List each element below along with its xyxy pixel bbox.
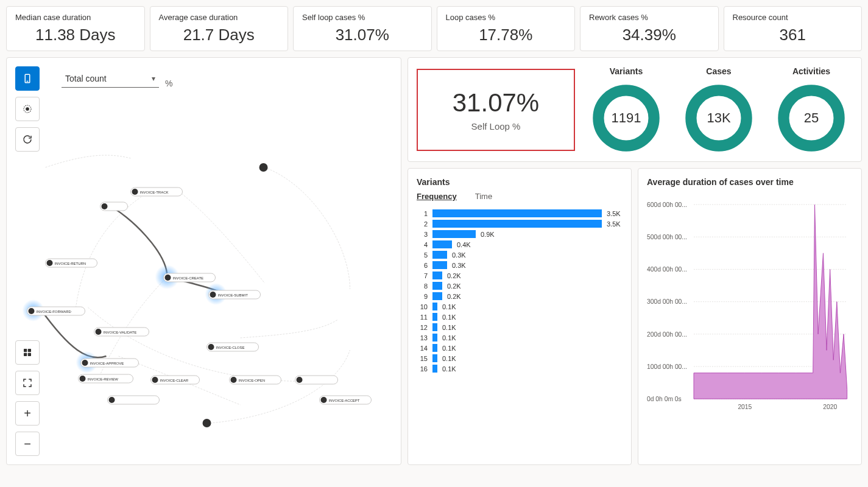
bar-label: 0.1K <box>442 324 456 331</box>
bar-index: 12 <box>417 324 428 331</box>
bar-label: 0.1K <box>442 334 456 342</box>
ring-value: 1191 <box>591 83 661 153</box>
svg-text:100d 00h 00...: 100d 00h 00... <box>647 363 687 370</box>
layers-button[interactable] <box>15 66 40 91</box>
svg-point-54 <box>321 397 327 403</box>
svg-text:0d 0h 0m 0s: 0d 0h 0m 0s <box>647 396 682 402</box>
bar-row[interactable]: 13.5K <box>417 209 623 217</box>
svg-text:400d 00h 00...: 400d 00h 00... <box>647 266 687 273</box>
dropdown-label: Total count <box>65 74 107 83</box>
svg-point-50 <box>297 377 303 383</box>
bar-fill <box>432 209 602 217</box>
svg-text:INVOICE-TRACK: INVOICE-TRACK <box>140 191 169 194</box>
bar-index: 4 <box>417 241 428 248</box>
svg-point-52 <box>109 397 115 403</box>
zoom-out-button[interactable]: − <box>15 432 40 456</box>
bar-index: 8 <box>417 282 428 290</box>
svg-point-20 <box>47 260 53 266</box>
bar-label: 0.1K <box>442 314 456 321</box>
kpi-label: Resource count <box>733 13 853 22</box>
bar-fill <box>432 230 476 238</box>
svg-text:INVOICE-CREATE: INVOICE-CREATE <box>173 276 204 280</box>
kpi-value: 17.78% <box>446 26 566 44</box>
ring-title: Cases <box>677 66 760 76</box>
bar-fill <box>432 334 437 342</box>
bar-fill <box>432 313 437 321</box>
svg-text:INVOICE-CLOSE: INVOICE-CLOSE <box>216 346 245 349</box>
kpi-label: Loop cases % <box>446 13 566 22</box>
svg-rect-51 <box>108 396 160 404</box>
bar-row[interactable]: 50.3K <box>417 251 623 259</box>
bar-index: 2 <box>417 220 428 228</box>
chevron-down-icon: ▾ <box>152 74 155 83</box>
tab-frequency[interactable]: Frequency <box>417 192 457 201</box>
bar-label: 0.1K <box>442 365 456 373</box>
bar-fill <box>432 323 437 331</box>
svg-point-35 <box>208 344 214 350</box>
svg-text:INVOICE-VALIDATE: INVOICE-VALIDATE <box>104 331 137 334</box>
bar-fill <box>432 354 437 362</box>
bar-row[interactable]: 90.2K <box>417 292 623 300</box>
bar-fill <box>432 261 447 269</box>
svg-text:600d 00h 00...: 600d 00h 00... <box>647 201 687 208</box>
bar-fill <box>432 303 437 310</box>
metric-dropdown[interactable]: Total count ▾ <box>62 71 159 88</box>
bar-label: 0.2K <box>447 293 461 300</box>
section-title: Average duration of cases over time <box>647 177 853 187</box>
kpi-card-resources: Resource count361 <box>724 6 863 51</box>
bar-row[interactable]: 140.1K <box>417 344 623 352</box>
kpi-card-rework: Rework cases %34.39% <box>580 6 719 51</box>
bar-row[interactable]: 60.3K <box>417 261 623 269</box>
selfloop-highlight: 31.07% Self Loop % <box>417 69 575 151</box>
svg-text:INVOICE-ACCEPT: INVOICE-ACCEPT <box>329 399 360 402</box>
bar-row[interactable]: 23.5K <box>417 220 623 228</box>
bar-index: 13 <box>417 334 428 342</box>
bar-row[interactable]: 150.1K <box>417 354 623 362</box>
svg-point-47 <box>231 377 237 383</box>
bar-index: 15 <box>417 355 428 362</box>
ring-value: 25 <box>777 83 846 153</box>
ring-variants: Variants 1191 <box>585 66 668 153</box>
svg-text:INVOICE-SUBMIT: INVOICE-SUBMIT <box>218 293 249 297</box>
highlight-label: Self Loop % <box>424 121 568 131</box>
kpi-card-average-duration: Average case duration21.7 Days <box>150 6 289 51</box>
bar-index: 5 <box>417 251 428 259</box>
bar-index: 6 <box>417 262 428 269</box>
svg-text:INVOICE-REVIEW: INVOICE-REVIEW <box>88 377 119 381</box>
bar-label: 0.9K <box>481 231 495 238</box>
bar-index: 10 <box>417 303 428 310</box>
section-title: Variants <box>417 177 623 187</box>
bar-fill <box>432 344 437 352</box>
bar-row[interactable]: 110.1K <box>417 313 623 321</box>
bar-fill <box>432 220 602 228</box>
svg-text:INVOICE-RETURN: INVOICE-RETURN <box>55 262 86 265</box>
bar-row[interactable]: 80.2K <box>417 282 623 290</box>
svg-point-38 <box>82 360 88 366</box>
duration-chart[interactable]: 600d 00h 00...500d 00h 00...400d 00h 00.… <box>647 192 853 423</box>
bar-label: 0.2K <box>447 282 461 290</box>
bar-row[interactable]: 40.4K <box>417 240 623 248</box>
ring-cases: Cases 13K <box>677 66 760 153</box>
bar-row[interactable]: 100.1K <box>417 303 623 310</box>
bar-row[interactable]: 120.1K <box>417 323 623 331</box>
bar-row[interactable]: 160.1K <box>417 365 623 373</box>
bar-fill <box>432 251 447 259</box>
svg-point-32 <box>96 329 102 335</box>
bar-index: 3 <box>417 231 428 238</box>
bar-label: 3.5K <box>607 220 621 228</box>
bar-row[interactable]: 130.1K <box>417 334 623 342</box>
kpi-label: Self loop cases % <box>302 13 423 22</box>
process-map-graph[interactable]: INVOICE-TRACK INVOICE-RETURN INVOICE-CRE… <box>7 94 401 435</box>
kpi-value: 361 <box>733 26 853 44</box>
summary-panel: 31.07% Self Loop % Variants 1191 Cases 1… <box>408 57 862 162</box>
kpi-card-median-duration: Median case duration11.38 Days <box>6 6 145 51</box>
bar-index: 9 <box>417 293 428 300</box>
bar-row[interactable]: 70.2K <box>417 272 623 279</box>
bar-label: 3.5K <box>607 210 621 217</box>
svg-point-29 <box>29 308 35 314</box>
svg-point-44 <box>152 377 158 383</box>
duration-chart-panel: Average duration of cases over time 600d… <box>638 168 862 465</box>
bar-row[interactable]: 30.9K <box>417 230 623 238</box>
ring-value: 13K <box>684 83 753 153</box>
tab-time[interactable]: Time <box>475 192 492 201</box>
